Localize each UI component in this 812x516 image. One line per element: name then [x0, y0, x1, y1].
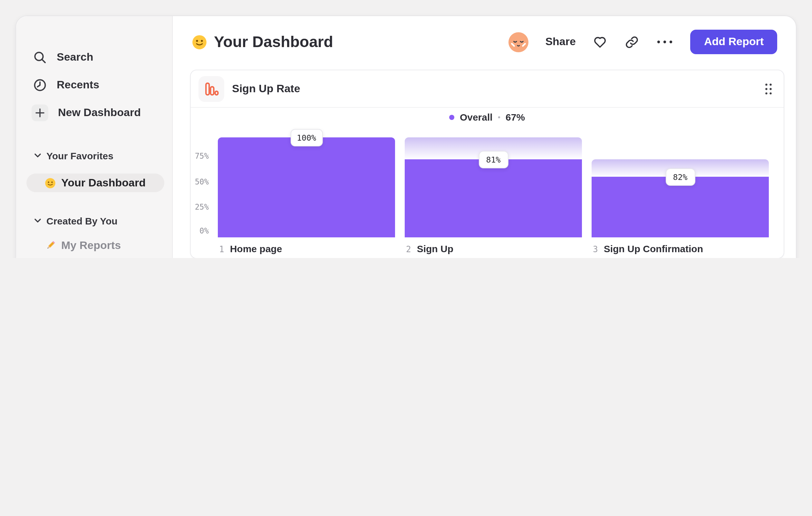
funnel-value-tooltip: 81% — [478, 151, 508, 168]
sign-up-rate-card: Sign Up Rate Overall • 67% 75% 50% 25% 0… — [190, 70, 784, 258]
y-axis-tick: 50% — [191, 178, 209, 186]
share-button[interactable]: Share — [545, 35, 576, 48]
step-name: Home page — [230, 243, 282, 254]
funnel-step[interactable]: 81% 2 Sign Up — [405, 70, 582, 237]
more-options-icon[interactable] — [656, 39, 674, 45]
header-actions: Share Add Report — [509, 30, 777, 54]
sidebar-item-label: My Reports — [61, 239, 121, 252]
step-number: 3 — [593, 244, 598, 254]
app-stage: Search Recents New Dashboard Your Favori… — [0, 0, 812, 258]
sidebar-item-new-dashboard[interactable]: New Dashboard — [16, 101, 172, 125]
step-name: Sign Up Confirmation — [604, 243, 703, 254]
plus-icon — [32, 105, 48, 121]
created-section-header[interactable]: Created By You — [16, 213, 172, 228]
favorite-heart-icon[interactable] — [592, 34, 608, 50]
smiley-emoji-icon — [192, 34, 207, 50]
copy-link-icon[interactable] — [625, 34, 640, 49]
step-name: Sign Up — [417, 243, 453, 254]
funnel-step[interactable]: 100% 1 Home page — [218, 70, 395, 237]
funnel-value-tooltip: 82% — [665, 168, 695, 186]
smiley-emoji-icon — [45, 177, 56, 189]
funnel-bar-solid — [591, 177, 769, 237]
search-icon — [33, 50, 47, 64]
y-axis-tick: 0% — [191, 226, 209, 236]
add-report-button[interactable]: Add Report — [691, 30, 777, 54]
funnel-step-label: 3 Sign Up Confirmation — [593, 243, 703, 254]
chevron-down-icon — [34, 218, 41, 223]
funnel-step-label: 2 Sign Up — [406, 243, 453, 254]
funnel-bar-solid — [218, 137, 395, 237]
chevron-down-icon — [34, 153, 41, 158]
favorites-section-header[interactable]: Your Favorites — [16, 148, 172, 163]
sidebar-item-search[interactable]: Search — [16, 46, 172, 69]
sidebar-item-recents[interactable]: Recents — [16, 74, 172, 97]
bar-stack — [218, 137, 395, 237]
sidebar-item-label: Your Dashboard — [61, 176, 146, 189]
section-label: Created By You — [47, 215, 118, 226]
app-window: Search Recents New Dashboard Your Favori… — [16, 16, 796, 258]
funnel-step-label: 1 Home page — [219, 243, 282, 254]
funnel-bar-solid — [405, 159, 582, 237]
sidebar-item-label: New Dashboard — [58, 106, 141, 119]
y-axis-tick: 25% — [191, 202, 209, 211]
user-avatar[interactable] — [509, 32, 528, 52]
sidebar-item-your-dashboard[interactable]: Your Dashboard — [26, 173, 164, 192]
y-axis-tick: 75% — [191, 152, 209, 161]
clock-icon — [33, 78, 47, 92]
sidebar-item-my-reports[interactable]: My Reports — [26, 236, 164, 255]
step-number: 2 — [406, 244, 411, 254]
pencil-emoji-icon — [45, 240, 56, 251]
sidebar-item-label: Search — [57, 51, 93, 64]
funnel-step[interactable]: 82% 3 Sign Up Confirmation — [591, 70, 769, 237]
sidebar: Search Recents New Dashboard Your Favori… — [16, 16, 173, 258]
funnel-plot: 100% 1 Home page 81% 2 Sign Up — [218, 70, 769, 237]
funnel-value-tooltip: 100% — [290, 129, 323, 146]
page-title-text: Your Dashboard — [214, 33, 333, 51]
step-number: 1 — [219, 244, 224, 254]
sidebar-item-label: Recents — [57, 79, 99, 91]
page-title: Your Dashboard — [192, 32, 333, 52]
section-label: Your Favorites — [47, 150, 113, 161]
